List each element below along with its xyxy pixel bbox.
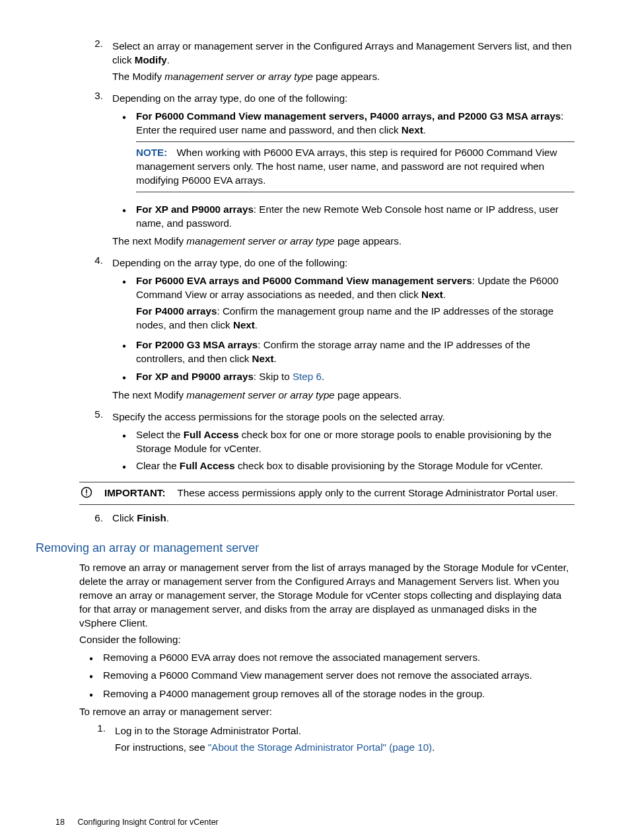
- paragraph: Consider the following:: [79, 633, 575, 647]
- step-2: 2. Select an array or management server …: [55, 37, 575, 87]
- bullet-text: Removing a P6000 Command View management…: [103, 669, 575, 683]
- bold-text: Modify: [135, 54, 167, 65]
- list-item: • For XP and P9000 arrays: Skip to Step …: [112, 370, 575, 384]
- remove-step-1: 1. Log in to the Storage Administrator P…: [79, 722, 575, 757]
- bullet-text: For P2000 G3 MSA arrays: Confirm the sto…: [136, 338, 575, 366]
- step-text: Depending on the array type, do one of t…: [112, 92, 575, 106]
- step-6: 6. Click Finish.: [55, 512, 575, 525]
- step-text: Depending on the array type, do one of t…: [112, 256, 575, 270]
- ordered-steps-remove: 1. Log in to the Storage Administrator P…: [79, 722, 575, 757]
- page-footer: 18 Configuring Insight Control for vCent…: [55, 817, 575, 828]
- step-text: Specify the access permissions for the s…: [112, 410, 575, 424]
- text: The next Modify: [112, 235, 186, 247]
- svg-rect-1: [86, 489, 87, 493]
- bullet-text: Removing a P6000 EVA array does not remo…: [103, 651, 575, 665]
- page-number: 18: [55, 817, 75, 828]
- bullet-list: • For P6000 Command View management serv…: [112, 110, 575, 231]
- bold-text: For XP and P9000 arrays: [136, 371, 254, 382]
- link-portal[interactable]: "About the Storage Administrator Portal"…: [208, 742, 432, 753]
- text: page appears.: [335, 389, 402, 401]
- text: : Skip to: [254, 371, 293, 382]
- list-item: • Select the Full Access check box for o…: [112, 428, 575, 456]
- text: .: [166, 512, 169, 523]
- italic-text: management server or array type: [186, 389, 335, 401]
- important-label: IMPORTANT:: [104, 487, 166, 498]
- link-step6[interactable]: Step 6: [293, 371, 322, 382]
- text: Click: [112, 512, 137, 523]
- important-text: These access permissions apply only to t…: [177, 487, 558, 498]
- bold-text: Next: [233, 319, 255, 330]
- step-number: 3.: [55, 89, 112, 251]
- step-tail: The next Modify management server or arr…: [112, 235, 575, 248]
- section-heading-removing: Removing an array or management server: [36, 540, 575, 556]
- text: Select the: [136, 429, 184, 440]
- bullet-text: For P6000 EVA arrays and P6000 Command V…: [136, 274, 575, 302]
- bullet-subtext: For P4000 arrays: Confirm the management…: [136, 305, 575, 332]
- exclamation-circle-icon: [81, 486, 92, 498]
- text: .: [432, 742, 435, 753]
- note-label: NOTE:: [136, 147, 167, 158]
- step-text: Log in to the Storage Administrator Port…: [115, 724, 575, 738]
- text: For instructions, see: [115, 742, 208, 753]
- step-5: 5. Specify the access permissions for th…: [55, 408, 575, 478]
- text: .: [443, 289, 446, 300]
- important-box: IMPORTANT: These access permissions appl…: [79, 482, 575, 505]
- step-number: 1.: [79, 722, 115, 757]
- ordered-steps: 2. Select an array or management server …: [55, 37, 575, 478]
- text: check box to disable provisioning by the…: [235, 460, 543, 471]
- step-number: 6.: [55, 512, 112, 525]
- bullet-icon: •: [79, 651, 103, 665]
- bullet-icon: •: [112, 274, 136, 335]
- ordered-steps-cont: 6. Click Finish.: [55, 512, 575, 525]
- step-text: Click Finish.: [112, 512, 575, 525]
- bullet-list: • Removing a P6000 EVA array does not re…: [79, 651, 575, 701]
- footer-title: Configuring Insight Control for vCenter: [77, 818, 218, 827]
- italic-text: management server or array type: [164, 71, 313, 82]
- bullet-icon: •: [112, 428, 136, 456]
- list-item: • For P6000 Command View management serv…: [112, 110, 575, 199]
- list-item: • For XP and P9000 arrays: Enter the new…: [112, 203, 575, 231]
- list-item: • Removing a P6000 Command View manageme…: [79, 669, 575, 683]
- bold-text: Finish: [137, 512, 166, 523]
- text: The next Modify: [112, 389, 186, 401]
- bold-text: For P4000 arrays: [136, 305, 217, 317]
- text: Select an array or management server in …: [112, 40, 572, 65]
- bullet-text: Removing a P4000 management group remove…: [103, 687, 575, 701]
- bullet-icon: •: [112, 370, 136, 384]
- step-tail: The next Modify management server or arr…: [112, 389, 575, 402]
- step-4: 4. Depending on the array type, do one o…: [55, 254, 575, 405]
- text: .: [255, 319, 258, 330]
- bullet-icon: •: [112, 459, 136, 473]
- bold-text: Full Access: [184, 429, 239, 440]
- bullet-text: For XP and P9000 arrays: Enter the new R…: [136, 203, 575, 231]
- text: Clear the: [136, 460, 180, 471]
- bullet-icon: •: [112, 203, 136, 231]
- step-subtext: For instructions, see "About the Storage…: [115, 741, 575, 755]
- important-content: IMPORTANT: These access permissions appl…: [104, 486, 575, 500]
- bullet-icon: •: [79, 669, 103, 683]
- paragraph: To remove an array or management server …: [79, 561, 575, 630]
- text: .: [423, 124, 426, 135]
- step-number: 2.: [55, 37, 112, 87]
- text: The Modify: [112, 71, 164, 82]
- note-text: When working with P6000 EVA arrays, this…: [136, 147, 557, 186]
- italic-text: management server or array type: [186, 235, 335, 247]
- bullet-text: For P6000 Command View management server…: [136, 110, 575, 137]
- bullet-text: Select the Full Access check box for one…: [136, 428, 575, 456]
- text: .: [322, 371, 324, 382]
- step-number: 5.: [55, 408, 112, 478]
- bullet-icon: •: [112, 338, 136, 366]
- step-subtext: The Modify management server or array ty…: [112, 70, 575, 84]
- bullet-text: Clear the Full Access check box to disab…: [136, 459, 575, 473]
- bold-text: For P6000 Command View management server…: [136, 110, 561, 122]
- important-icon: [79, 486, 104, 500]
- bold-text: For XP and P9000 arrays: [136, 204, 254, 215]
- step-number: 4.: [55, 254, 112, 405]
- bullet-list: • Select the Full Access check box for o…: [112, 428, 575, 474]
- text: .: [274, 353, 277, 364]
- list-item: • For P6000 EVA arrays and P6000 Command…: [112, 274, 575, 335]
- bold-text: Next: [402, 124, 423, 135]
- note-box: NOTE: When working with P6000 EVA arrays…: [136, 141, 575, 192]
- bold-text: Next: [252, 353, 274, 364]
- list-item: • Removing a P6000 EVA array does not re…: [79, 651, 575, 665]
